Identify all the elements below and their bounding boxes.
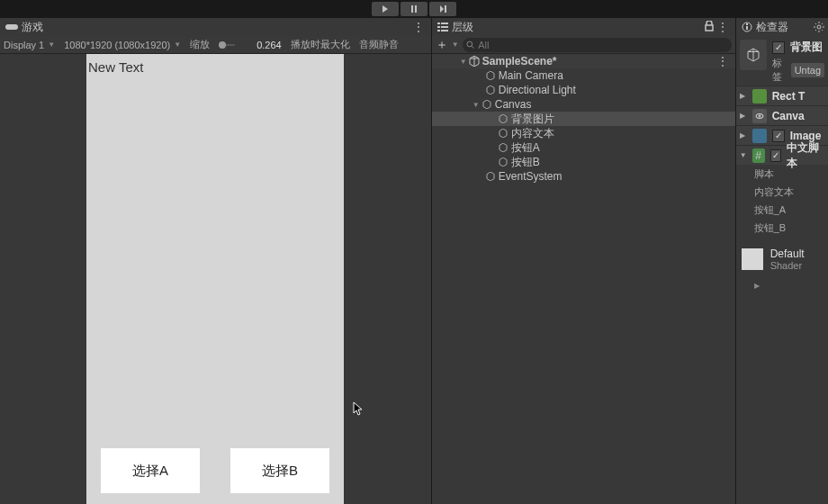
hierarchy-item-directional-light[interactable]: Directional Light [432, 83, 735, 97]
step-button[interactable] [429, 2, 456, 16]
item-label: Canvas [495, 98, 532, 111]
hierarchy-icon [437, 22, 448, 32]
image-icon [752, 129, 767, 143]
expand-arrow-icon[interactable]: ▼ [740, 151, 747, 159]
expand-arrow-icon[interactable]: ▶ [740, 131, 747, 140]
pause-icon [410, 4, 418, 14]
object-name[interactable]: 背景图 [790, 40, 823, 55]
item-label: 背景图片 [511, 112, 554, 127]
material-row[interactable]: Default Shader [736, 242, 828, 276]
choice-a-button[interactable]: 选择A [101, 448, 200, 493]
svg-rect-7 [441, 22, 448, 24]
game-tab[interactable]: 游戏 [5, 20, 43, 35]
inspector-body: 背景图 标签 Untag ▶ Rect T ▶ Canva [736, 36, 828, 504]
shader-label: Shader [770, 260, 805, 271]
resolution-dropdown[interactable]: 1080*1920 (1080x1920) ▼ [64, 40, 181, 50]
play-button[interactable] [372, 2, 399, 16]
audio-mute-toggle[interactable]: 音频静音 [359, 38, 399, 51]
svg-rect-9 [441, 30, 448, 32]
zoom-slider-thumb[interactable] [219, 41, 226, 49]
hierarchy-item-canvas[interactable]: ▼ Canvas [432, 97, 735, 112]
hierarchy-item-eventsystem[interactable]: EventSystem [432, 169, 735, 184]
step-icon [438, 4, 447, 14]
gameobject-icon [497, 156, 509, 168]
expand-arrow-icon[interactable]: ▶ [740, 92, 747, 100]
item-label: Main Camera [499, 69, 563, 82]
enabled-checkbox[interactable] [770, 149, 781, 162]
unity-scene-icon [468, 55, 481, 68]
game-toolbar: Display 1 ▼ 1080*1920 (1080x1920) ▼ 缩放 0… [0, 36, 431, 54]
tag-row: 标签 Untag [772, 57, 824, 84]
game-tab-menu-icon[interactable]: ⋮ [413, 21, 424, 33]
expand-arrow-icon[interactable]: ▶ [754, 282, 763, 290]
choice-b-button[interactable]: 选择B [230, 448, 329, 493]
component-label: Rect T [772, 90, 806, 103]
hierarchy-item-content-text[interactable]: 内容文本 [432, 126, 735, 140]
expand-arrow-icon[interactable]: ▼ [459, 58, 468, 66]
content-text-field[interactable]: 内容文本 [736, 183, 828, 201]
info-icon [742, 22, 752, 32]
scene-menu-icon[interactable]: ⋮ [717, 55, 728, 68]
game-viewport: New Text 选择A 选择B [0, 54, 431, 504]
item-label: 按钮B [511, 155, 540, 170]
inspector-panel: 检查器 背景图 标签 Untag [736, 18, 828, 504]
object-icon-box[interactable] [740, 40, 767, 70]
svg-line-11 [471, 45, 473, 48]
item-label: 按钮A [511, 140, 540, 156]
gameobject-icon [497, 141, 509, 154]
gear-icon[interactable] [814, 22, 824, 32]
display-dropdown[interactable]: Display 1 ▼ [4, 40, 55, 50]
canvas-renderer-component[interactable]: ▶ Canva [736, 105, 828, 125]
hierarchy-tab[interactable]: 层级 [437, 20, 473, 35]
script-component[interactable]: ▼ # 中文脚本 [736, 145, 828, 165]
expand-arrow-icon[interactable]: ▼ [472, 101, 481, 109]
play-icon [381, 4, 390, 14]
button-b-field[interactable]: 按钮_B [736, 219, 828, 237]
hierarchy-tab-header: 层级 ⋮ [432, 18, 735, 36]
lock-icon[interactable] [705, 21, 714, 34]
rect-transform-component[interactable]: ▶ Rect T [736, 86, 828, 105]
pause-button[interactable] [400, 2, 428, 16]
button-a-field[interactable]: 按钮_A [736, 201, 828, 219]
zoom-label: 缩放 [190, 38, 210, 51]
gameobject-icon [497, 127, 509, 140]
component-label: 中文脚本 [787, 140, 824, 171]
search-input[interactable] [478, 40, 727, 50]
create-button[interactable]: ＋ [436, 37, 448, 53]
expand-arrow-icon[interactable]: ▶ [740, 112, 747, 120]
hierarchy-tab-menu-icon[interactable]: ⋮ [717, 21, 728, 33]
chevron-down-icon: ▼ [174, 40, 181, 49]
gameobject-icon [484, 69, 497, 82]
hierarchy-item-background-image[interactable]: 背景图片 [432, 112, 735, 126]
inspector-header-row: 背景图 标签 Untag [736, 36, 828, 86]
resolution-label: 1080*1920 (1080x1920) [64, 40, 170, 50]
zoom-slider[interactable] [219, 44, 235, 46]
chevron-down-icon: ▼ [452, 40, 459, 49]
svg-rect-8 [441, 26, 448, 28]
svg-point-16 [756, 113, 763, 118]
inspector-tab-label: 检查器 [756, 20, 788, 35]
scene-row[interactable]: ▼ SampleScene* ⋮ [432, 54, 735, 68]
hierarchy-item-main-camera[interactable]: Main Camera [432, 68, 735, 83]
material-expand-row[interactable]: ▶ [736, 276, 828, 294]
tag-dropdown[interactable]: Untag [791, 63, 824, 77]
item-label: 内容文本 [511, 126, 554, 141]
svg-rect-13 [746, 26, 748, 30]
object-name-row: 背景图 [772, 40, 824, 55]
enabled-checkbox[interactable] [772, 130, 785, 142]
svg-rect-6 [437, 30, 440, 32]
svg-rect-14 [746, 23, 748, 25]
svg-point-15 [817, 25, 821, 29]
search-field[interactable] [463, 38, 732, 52]
game-tab-label: 游戏 [22, 20, 43, 35]
hierarchy-item-button-a[interactable]: 按钮A [432, 140, 735, 155]
material-preview [742, 248, 763, 270]
hierarchy-toolbar: ＋ ▼ [432, 36, 735, 54]
eye-icon [755, 112, 764, 121]
maximize-toggle[interactable]: 播放时最大化 [291, 38, 350, 51]
mouse-cursor-icon [353, 401, 364, 416]
new-text-label: New Text [88, 59, 143, 75]
tag-label: 标签 [772, 57, 786, 84]
hierarchy-item-button-b[interactable]: 按钮B [432, 155, 735, 169]
active-checkbox[interactable] [772, 41, 785, 54]
